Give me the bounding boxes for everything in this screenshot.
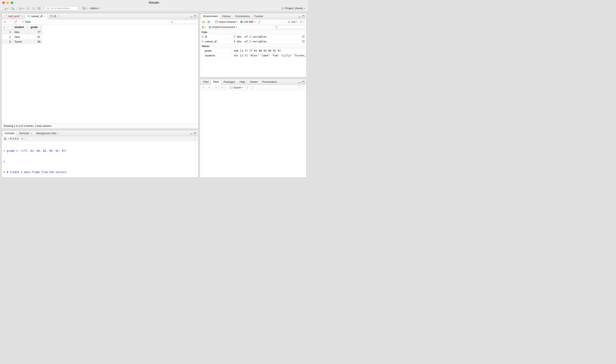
tab-history[interactable]: History [220,13,233,19]
open-file-button[interactable]: ▾ [18,6,26,11]
open-in-new-window-button[interactable] [13,20,18,24]
back-button[interactable] [3,20,7,24]
env-object-students[interactable]: students chr [1:7] "Alex" "Jane" "Tom" "… [200,53,306,58]
toolbar-separator [80,6,80,10]
goto-working-directory-icon[interactable] [24,138,27,140]
pane-window-controls [188,13,198,19]
panes-layout-icon [82,7,85,10]
dropdown-arrow-icon: ▾ [99,7,100,9]
maximize-pane-icon[interactable] [302,81,305,83]
export-plot-button[interactable]: Export ▾ [229,86,244,90]
rownum-column-header[interactable]: ▲ [2,25,13,30]
goto-file-search[interactable] [45,6,78,11]
console-pane: Console Terminal × Background Jobs × [1,130,198,178]
table-row[interactable]: 2 Jane 81 [2,35,42,39]
tab-help[interactable]: Help [237,79,247,85]
import-dataset-button[interactable]: Import Dataset ▾ [214,20,238,24]
tab-background-jobs[interactable]: Background Jobs × [34,130,62,136]
tab-subset-df[interactable]: subset_df × [25,13,48,19]
data-viewer-search-input[interactable] [174,20,195,23]
maximize-pane-icon[interactable] [194,132,196,135]
close-icon[interactable]: × [58,132,60,135]
refresh-environment-button[interactable]: ▾ [299,20,305,24]
addins-button[interactable]: Addins ▾ [89,6,101,11]
console-line: > # Create a data frame from the vectors [3,170,196,174]
table-row[interactable]: 1 Alex 77 [2,30,42,35]
goto-file-input[interactable] [50,7,76,10]
save-all-button[interactable] [31,6,36,11]
tab-connections[interactable]: Connections [233,13,252,19]
tab-label: df [54,15,56,18]
column-header-student[interactable]: student ▲▼ [13,25,29,30]
panes-layout-button[interactable]: ▾ [81,6,88,11]
dropdown-arrow-icon[interactable]: ▾ [8,138,9,140]
forward-button[interactable] [8,20,12,24]
close-icon[interactable]: × [57,15,59,18]
list-view-button[interactable]: List ▾ [287,20,298,24]
clear-console-button[interactable] [192,137,196,140]
table-row[interactable]: 5 Turner 99 [2,39,42,44]
save-workspace-button[interactable] [207,20,211,24]
tab-terminal[interactable]: Terminal × [17,130,34,136]
env-object-subset-df[interactable]: subset_df 3 obs. of 2 variables [200,39,306,44]
new-project-button[interactable] [10,6,15,11]
env-object-grade[interactable]: grade num [1:7] 77 81 89 83 99 92 97 [200,48,306,53]
broom-icon [193,137,196,140]
close-icon[interactable]: × [44,15,46,18]
minimize-window-button[interactable] [6,1,9,4]
tab-presentation[interactable]: Presentation [260,79,279,85]
tab-viewer[interactable]: Viewer [247,79,260,85]
view-data-icon[interactable] [302,40,305,43]
tab-label: Plots [213,80,219,83]
clear-objects-button[interactable] [257,20,261,24]
maximize-pane-icon[interactable] [194,15,196,18]
tab-console[interactable]: Console [2,130,17,136]
minimize-pane-icon[interactable] [298,15,301,18]
data-viewer-search[interactable] [169,20,197,24]
environment-search[interactable] [273,25,305,29]
memory-usage-button[interactable]: 138 MiB ▾ [240,20,256,24]
tab-files[interactable]: Files [201,79,211,85]
refresh-plots-button[interactable] [301,86,305,89]
tab-environment[interactable]: Environment [201,13,220,19]
tab-lab2-qmd[interactable]: lab2.qmd* × [2,13,25,19]
expand-icon[interactable] [201,35,204,38]
column-header-grade[interactable]: grade ▲▼ [29,25,42,30]
minimize-pane-icon[interactable] [190,132,192,135]
language-selector-button[interactable]: R ▾ [201,25,207,29]
clear-plots-button[interactable] [250,86,254,89]
minimize-pane-icon[interactable] [298,81,301,83]
print-button[interactable] [37,6,42,11]
tab-packages[interactable]: Packages [221,79,237,85]
minimize-pane-icon[interactable] [190,15,192,18]
expand-icon[interactable] [201,40,204,43]
load-workspace-button[interactable] [201,20,205,24]
console-output[interactable]: > grade <- c(77, 81, 89, 83, 99, 92, 97)… [2,141,198,177]
tab-tutorial[interactable]: Tutorial [252,13,265,19]
next-plot-button[interactable] [207,86,211,89]
project-cube-icon [282,7,284,10]
fullscreen-window-button[interactable] [11,1,13,4]
zoom-plot-button[interactable]: Zoom [214,86,226,90]
save-button[interactable] [26,6,31,11]
remove-plot-button[interactable] [245,86,249,89]
object-name: subset_df [205,40,217,43]
previous-plot-button[interactable] [201,86,205,89]
maximize-pane-icon[interactable] [302,15,305,18]
r-logo-icon: R [3,137,7,140]
close-icon[interactable]: × [30,132,32,135]
cell-grade: 99 [29,39,42,44]
tab-plots[interactable]: Plots [211,79,221,85]
zoom-magnifier-icon [215,86,218,89]
env-object-df[interactable]: df 7 obs. of 2 variables [200,34,306,39]
environment-search-input[interactable] [279,26,299,29]
tab-df[interactable]: df × [48,13,61,19]
filter-button[interactable]: Filter [21,20,32,24]
close-icon[interactable]: × [22,15,23,18]
environment-selector-button[interactable]: Global Environment ▾ [208,25,238,29]
project-menu-button[interactable]: Project: (None) ▾ [281,6,306,11]
new-file-button[interactable]: ▾ [2,6,9,11]
environment-selector-label: Global Environment [212,26,235,29]
view-data-icon[interactable] [302,35,305,38]
close-window-button[interactable] [2,1,5,4]
